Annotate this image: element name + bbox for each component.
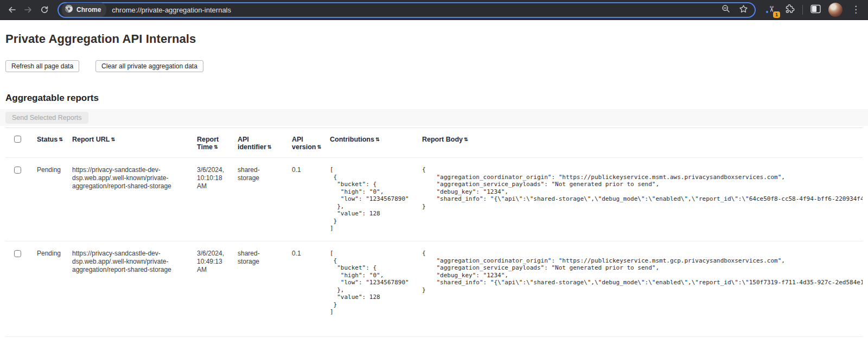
kebab-menu-icon: ⋮ bbox=[851, 4, 860, 15]
forward-button bbox=[21, 2, 36, 17]
column-header-status[interactable]: Status⇅ bbox=[37, 128, 72, 158]
select-all-checkbox[interactable] bbox=[14, 136, 21, 143]
side-panel-button[interactable] bbox=[810, 4, 821, 16]
bookmark-star-icon[interactable] bbox=[739, 4, 748, 16]
table-header-row: Status⇅ Report URL⇅ Report Time⇅ API ide… bbox=[5, 128, 863, 158]
page-title: Private Aggregation API Internals bbox=[5, 32, 863, 46]
table-row: Pending https://privacy-sandcastle-dev-d… bbox=[5, 241, 863, 337]
clipping-extension-button[interactable]: ✂ 1 bbox=[765, 3, 777, 16]
clear-all-button[interactable]: Clear all private aggregation data bbox=[95, 60, 203, 72]
column-header-contributions[interactable]: Contributions⇅ bbox=[330, 128, 422, 158]
status-cell: Pending bbox=[37, 158, 72, 241]
column-header-report-url[interactable]: Report URL⇅ bbox=[72, 128, 197, 158]
site-chip[interactable]: Chrome bbox=[62, 3, 106, 17]
status-cell: Pending bbox=[37, 241, 72, 337]
send-selected-reports-button[interactable]: Send Selected Reports bbox=[5, 112, 88, 124]
back-arrow-icon bbox=[8, 5, 16, 14]
site-chip-label: Chrome bbox=[76, 6, 101, 14]
report-time-cell: 3/6/2024, 10:10:18 AM bbox=[197, 158, 238, 241]
url-text: chrome://private-aggregation-internals bbox=[112, 6, 716, 14]
report-url-cell: https://privacy-sandcastle-dev-dsp.web.a… bbox=[72, 158, 197, 241]
contributions-cell: [ { "bucket": { "high": "0", "low": "123… bbox=[330, 241, 422, 337]
back-button[interactable] bbox=[4, 2, 20, 17]
contributions-cell: [ { "bucket": { "high": "0", "low": "123… bbox=[330, 158, 422, 241]
column-header-report-time[interactable]: Report Time⇅ bbox=[197, 128, 238, 158]
browser-menu-button[interactable]: ⋮ bbox=[850, 3, 861, 16]
toolbar-separator bbox=[802, 5, 803, 15]
profile-avatar[interactable] bbox=[828, 3, 843, 17]
section-heading: Aggregatable reports bbox=[5, 93, 863, 104]
report-body-cell: { "aggregation_coordinator_origin": "htt… bbox=[422, 241, 863, 337]
table-action-bar: Send Selected Reports bbox=[0, 109, 868, 126]
api-version-cell: 0.1 bbox=[292, 241, 330, 337]
sort-icon: ⇅ bbox=[214, 144, 218, 150]
report-time-cell: 3/6/2024, 10:49:13 AM bbox=[197, 241, 238, 337]
extension-badge: 1 bbox=[773, 11, 780, 18]
puzzle-icon bbox=[785, 6, 795, 15]
select-report-checkbox[interactable] bbox=[14, 167, 21, 174]
sort-icon: ⇅ bbox=[464, 137, 468, 142]
column-header-report-body[interactable]: Report Body⇅ bbox=[422, 128, 863, 158]
column-header-api-version[interactable]: API version⇅ bbox=[292, 128, 330, 158]
api-identifier-cell: shared-storage bbox=[238, 158, 292, 241]
sort-icon: ⇅ bbox=[59, 137, 63, 142]
zoom-icon[interactable] bbox=[722, 4, 730, 15]
address-bar[interactable]: Chrome chrome://private-aggregation-inte… bbox=[58, 2, 756, 18]
scissors-dot bbox=[766, 11, 768, 13]
sort-icon: ⇅ bbox=[267, 144, 272, 150]
reload-icon bbox=[40, 5, 49, 14]
column-header-api-identifier[interactable]: API identifier⇅ bbox=[238, 128, 292, 158]
table-row: Pending https://privacy-sandcastle-dev-d… bbox=[5, 158, 863, 241]
extensions-button[interactable] bbox=[785, 4, 795, 16]
side-panel-icon bbox=[810, 6, 821, 15]
page-content: Private Aggregation API Internals Refres… bbox=[0, 32, 868, 337]
api-version-cell: 0.1 bbox=[292, 158, 330, 241]
browser-toolbar: Chrome chrome://private-aggregation-inte… bbox=[0, 0, 868, 20]
sort-icon: ⇅ bbox=[375, 137, 380, 142]
report-url-cell: https://privacy-sandcastle-dev-dsp.web.a… bbox=[72, 241, 197, 337]
sort-icon: ⇅ bbox=[317, 144, 321, 150]
sort-icon: ⇅ bbox=[111, 137, 115, 142]
report-body-cell: { "aggregation_coordinator_origin": "htt… bbox=[422, 158, 863, 241]
chrome-logo-icon bbox=[65, 4, 73, 15]
reload-button[interactable] bbox=[37, 2, 52, 17]
refresh-all-button[interactable]: Refresh all page data bbox=[5, 60, 79, 72]
aggregatable-reports-table: Status⇅ Report URL⇅ Report Time⇅ API ide… bbox=[5, 127, 863, 337]
forward-arrow-icon bbox=[24, 5, 33, 14]
api-identifier-cell: shared-storage bbox=[238, 241, 292, 337]
select-report-checkbox[interactable] bbox=[14, 250, 21, 257]
